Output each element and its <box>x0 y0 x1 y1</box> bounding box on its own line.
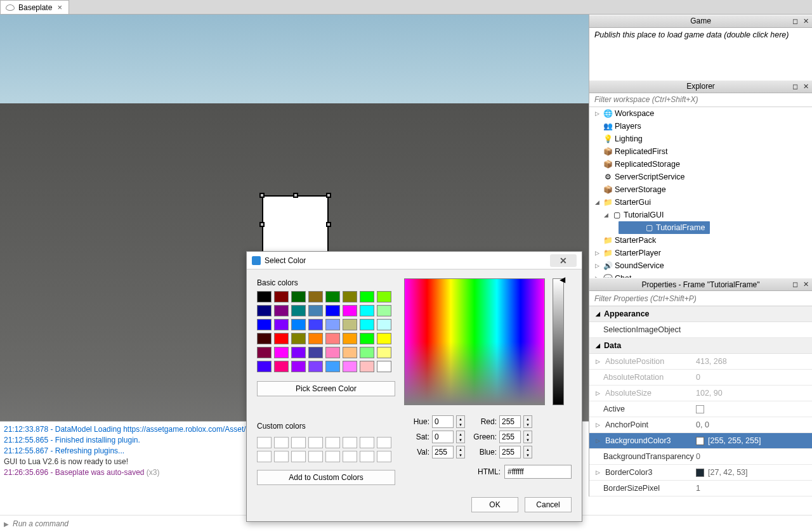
basic-color-swatch[interactable] <box>360 361 374 372</box>
custom-color-slot[interactable] <box>257 451 272 462</box>
tree-item-starterplayer[interactable]: ▷📁StarterPlayer <box>589 247 812 259</box>
basic-color-swatch[interactable] <box>377 291 391 302</box>
basic-color-swatch[interactable] <box>274 291 289 302</box>
basic-color-swatch[interactable] <box>291 305 306 316</box>
basic-color-swatch[interactable] <box>308 305 323 316</box>
handle-right[interactable] <box>326 222 331 227</box>
expand-arrow-icon[interactable]: ◢ <box>593 199 601 205</box>
prop-backgroundtransparency[interactable]: BackgroundTransparency0 <box>589 449 812 465</box>
basic-color-swatch[interactable] <box>257 291 272 302</box>
basic-color-swatch[interactable] <box>257 319 272 330</box>
tree-item-soundservice[interactable]: ▷🔊SoundService <box>589 259 812 272</box>
basic-color-swatch[interactable] <box>325 333 340 344</box>
basic-color-swatch[interactable] <box>274 333 289 344</box>
expand-arrow-icon[interactable]: ▷ <box>593 263 601 269</box>
prop-bordercolor3[interactable]: ▷BorderColor3[27, 42, 53] <box>589 465 812 481</box>
basic-color-swatch[interactable] <box>360 347 374 358</box>
basic-color-swatch[interactable] <box>325 361 340 372</box>
undock-icon[interactable]: ◻ <box>790 82 799 91</box>
value-arrow-icon[interactable]: ◀ <box>560 275 565 284</box>
pick-screen-color-button[interactable]: Pick Screen Color <box>257 381 395 396</box>
basic-color-swatch[interactable] <box>257 333 272 344</box>
basic-color-swatch[interactable] <box>274 347 289 358</box>
green-input[interactable] <box>499 431 521 443</box>
tree-item-replicatedfirst[interactable]: 📦ReplicatedFirst <box>589 145 812 158</box>
tree-item-tutorialframe[interactable]: ▢TutorialFrame <box>619 221 710 234</box>
cancel-button[interactable]: Cancel <box>525 497 572 512</box>
basic-color-swatch[interactable] <box>257 347 272 358</box>
sat-input[interactable] <box>432 431 454 443</box>
spinner[interactable]: ▲▼ <box>523 446 532 458</box>
tree-item-startergui[interactable]: ◢📁StarterGui <box>589 196 812 209</box>
handle-top-right[interactable] <box>326 193 331 198</box>
game-panel-body[interactable]: Publish this place to load game data (do… <box>589 28 812 80</box>
custom-color-slot[interactable] <box>291 451 306 462</box>
basic-color-swatch[interactable] <box>377 347 391 358</box>
spinner[interactable]: ▲▼ <box>456 415 465 428</box>
basic-color-swatch[interactable] <box>343 291 357 302</box>
tree-item-workspace[interactable]: ▷🌐Workspace <box>589 107 812 120</box>
section-data[interactable]: ◢Data <box>589 338 812 354</box>
val-input[interactable] <box>432 446 454 458</box>
html-input[interactable] <box>504 465 572 479</box>
basic-color-swatch[interactable] <box>377 333 391 344</box>
spinner[interactable]: ▲▼ <box>523 431 532 443</box>
basic-color-swatch[interactable] <box>291 333 306 344</box>
basic-color-swatch[interactable] <box>360 333 374 344</box>
prop-bordersizepixel[interactable]: BorderSizePixel1 <box>589 481 812 496</box>
custom-color-slot[interactable] <box>257 437 272 448</box>
basic-color-swatch[interactable] <box>274 361 289 372</box>
custom-color-slot[interactable] <box>325 451 340 462</box>
spinner[interactable]: ▲▼ <box>456 446 465 458</box>
selected-gui-frame[interactable] <box>262 195 329 254</box>
custom-color-slot[interactable] <box>360 451 374 462</box>
handle-left[interactable] <box>259 222 265 227</box>
tab-close-icon[interactable]: × <box>56 3 63 12</box>
prop-active[interactable]: Active <box>589 401 812 417</box>
tree-item-lighting[interactable]: 💡Lighting <box>589 133 812 145</box>
custom-color-slot[interactable] <box>343 451 357 462</box>
tree-item-starterpack[interactable]: 📁StarterPack <box>589 234 812 247</box>
custom-color-slot[interactable] <box>308 451 323 462</box>
dialog-titlebar[interactable]: Select Color ✕ <box>247 252 582 269</box>
custom-color-slot[interactable] <box>274 437 289 448</box>
custom-color-slot[interactable] <box>308 437 323 448</box>
basic-color-swatch[interactable] <box>377 361 391 372</box>
basic-color-swatch[interactable] <box>360 305 374 316</box>
spinner[interactable]: ▲▼ <box>523 415 532 428</box>
close-icon[interactable]: ✕ <box>550 254 577 267</box>
basic-color-swatch[interactable] <box>274 305 289 316</box>
handle-top[interactable] <box>293 193 298 198</box>
basic-color-swatch[interactable] <box>325 347 340 358</box>
basic-color-swatch[interactable] <box>325 305 340 316</box>
basic-color-swatch[interactable] <box>377 319 391 330</box>
ok-button[interactable]: OK <box>471 497 518 512</box>
basic-color-swatch[interactable] <box>343 361 357 372</box>
tree-item-players[interactable]: 👥Players <box>589 120 812 133</box>
custom-color-slot[interactable] <box>291 437 306 448</box>
add-custom-color-button[interactable]: Add to Custom Colors <box>257 470 395 485</box>
prop-backgroundcolor3[interactable]: ▷BackgroundColor3[255, 255, 255] <box>589 433 812 449</box>
tree-item-tutorialgui[interactable]: ◢▢TutorialGUI <box>589 209 812 221</box>
basic-color-swatch[interactable] <box>360 319 374 330</box>
basic-color-swatch[interactable] <box>343 305 357 316</box>
handle-top-left[interactable] <box>259 193 265 198</box>
custom-color-slot[interactable] <box>343 437 357 448</box>
basic-color-swatch[interactable] <box>308 361 323 372</box>
basic-color-swatch[interactable] <box>291 319 306 330</box>
tree-item-serverscriptservice[interactable]: ⚙ServerScriptService <box>589 171 812 183</box>
blue-input[interactable] <box>499 446 521 458</box>
undock-icon[interactable]: ◻ <box>790 16 799 25</box>
close-icon[interactable]: ✕ <box>801 82 810 91</box>
checkbox-icon[interactable] <box>696 405 704 413</box>
undock-icon[interactable]: ◻ <box>790 280 799 289</box>
basic-color-swatch[interactable] <box>257 361 272 372</box>
red-input[interactable] <box>499 415 521 428</box>
tree-item-serverstorage[interactable]: 📦ServerStorage <box>589 183 812 196</box>
basic-color-swatch[interactable] <box>343 347 357 358</box>
basic-color-swatch[interactable] <box>291 291 306 302</box>
section-appearance[interactable]: ◢Appearance <box>589 306 812 322</box>
value-strip[interactable] <box>553 278 564 405</box>
close-icon[interactable]: ✕ <box>801 280 810 289</box>
custom-color-slot[interactable] <box>377 451 391 462</box>
